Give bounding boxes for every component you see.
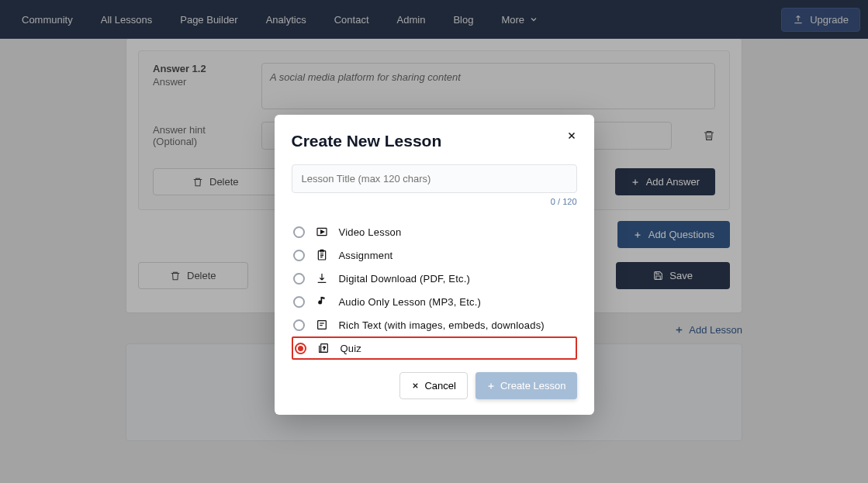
svg-rect-8: [317, 321, 326, 329]
notes-icon: [316, 319, 328, 331]
radio-unchecked: [293, 226, 305, 238]
char-count: 0 / 120: [292, 197, 577, 206]
modal-close-button[interactable]: [566, 130, 577, 141]
option-digital-download[interactable]: Digital Download (PDF, Etc.): [292, 267, 577, 290]
cancel-button[interactable]: Cancel: [399, 372, 467, 399]
lesson-type-options: Video Lesson Assignment Digital Download…: [292, 220, 577, 360]
download-icon: [316, 272, 328, 285]
svg-text:?: ?: [323, 346, 326, 350]
modal-title: Create New Lesson: [292, 132, 577, 150]
lesson-title-input[interactable]: [292, 164, 577, 193]
clipboard-icon: [316, 249, 328, 261]
radio-unchecked: [293, 319, 305, 331]
modal-actions: Cancel Create Lesson: [292, 372, 577, 399]
quiz-icon: ?: [317, 342, 330, 354]
close-icon: [411, 381, 420, 390]
option-rich-text[interactable]: Rich Text (with images, embeds, download…: [292, 313, 577, 336]
radio-unchecked: [293, 250, 305, 261]
option-quiz[interactable]: ? Quiz: [292, 336, 577, 360]
create-lesson-button[interactable]: Create Lesson: [475, 372, 577, 399]
create-lesson-modal: Create New Lesson 0 / 120 Video Lesson A…: [275, 115, 594, 415]
close-icon: [566, 130, 577, 141]
option-video-lesson[interactable]: Video Lesson: [292, 220, 577, 243]
video-icon: [316, 226, 328, 238]
radio-selected: [295, 343, 306, 354]
svg-marker-2: [320, 230, 323, 233]
option-audio-lesson[interactable]: Audio Only Lesson (MP3, Etc.): [292, 290, 577, 313]
music-note-icon: [316, 295, 328, 308]
option-assignment[interactable]: Assignment: [292, 243, 577, 267]
plus-icon: [486, 381, 496, 391]
radio-unchecked: [293, 273, 305, 285]
radio-unchecked: [293, 296, 305, 308]
modal-overlay[interactable]: Create New Lesson 0 / 120 Video Lesson A…: [0, 0, 868, 483]
